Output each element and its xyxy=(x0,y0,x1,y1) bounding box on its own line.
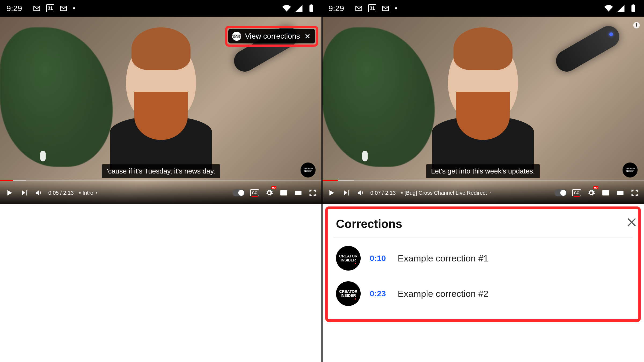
miniplayer-button[interactable] xyxy=(279,188,288,197)
wifi-icon xyxy=(604,4,613,13)
gmail-icon-2 xyxy=(60,4,68,12)
cc-button[interactable]: CC xyxy=(572,189,581,196)
correction-item[interactable]: CREATORINSIDER 0:23 Example correction #… xyxy=(333,273,633,309)
theater-button[interactable] xyxy=(616,188,625,197)
progress-bar[interactable] xyxy=(322,180,644,181)
calendar-icon: 31 xyxy=(368,4,376,12)
video-player[interactable]: CREATOR INSIDER CREATOR INSIDER View cor… xyxy=(0,17,322,204)
time-display: 0:05 / 2:13 xyxy=(48,190,74,196)
battery-icon xyxy=(629,4,638,13)
play-button[interactable] xyxy=(5,188,14,197)
status-time: 9:29 xyxy=(328,4,344,13)
battery-icon xyxy=(307,4,316,13)
caption-text: 'cause if it's Tuesday, it's news day. xyxy=(102,164,220,178)
status-bar: 9:29 31 xyxy=(322,0,644,17)
gmail-icon xyxy=(355,4,363,12)
progress-bar[interactable] xyxy=(0,180,322,181)
settings-button[interactable]: HD xyxy=(587,188,596,197)
chapter-label[interactable]: • [Bug] Cross Channel Live Redirect xyxy=(401,190,492,196)
view-corrections-chip[interactable]: CREATOR INSIDER View corrections xyxy=(228,29,315,43)
correction-text: Example correction #1 xyxy=(398,253,488,264)
svg-rect-3 xyxy=(310,4,312,5)
caption-text: Let's get into this week's updates. xyxy=(426,164,540,178)
svg-rect-6 xyxy=(295,191,301,195)
chapter-label[interactable]: • Intro xyxy=(79,190,99,196)
corrections-panel-highlight: Corrections CREATORINSIDER 0:10 Example … xyxy=(325,206,641,322)
left-screenshot: 9:29 31 xyxy=(0,0,322,362)
fullscreen-button[interactable] xyxy=(308,188,317,197)
next-button[interactable] xyxy=(341,188,350,197)
creator-insider-avatar-icon: CREATORINSIDER xyxy=(336,246,361,271)
status-bar: 9:29 31 xyxy=(0,0,322,17)
play-button[interactable] xyxy=(327,188,336,197)
theater-button[interactable] xyxy=(294,188,303,197)
svg-rect-13 xyxy=(617,191,623,195)
cc-button[interactable]: CC xyxy=(250,189,259,196)
correction-timestamp[interactable]: 0:23 xyxy=(370,289,389,298)
video-player[interactable]: CREATOR INSIDER i Let's get into this we… xyxy=(322,17,644,204)
svg-rect-2 xyxy=(309,5,313,12)
player-controls: 0:05 / 2:13 • Intro CC HD xyxy=(0,181,322,204)
volume-button[interactable] xyxy=(356,188,365,197)
status-time: 9:29 xyxy=(6,4,22,13)
close-icon[interactable] xyxy=(304,32,311,40)
svg-rect-5 xyxy=(284,193,286,194)
svg-rect-12 xyxy=(606,193,608,194)
time-display: 0:07 / 2:13 xyxy=(370,190,396,196)
player-controls: 0:07 / 2:13 • [Bug] Cross Channel Live R… xyxy=(322,181,644,204)
svg-rect-10 xyxy=(632,4,634,5)
autoplay-toggle[interactable] xyxy=(232,189,245,196)
calendar-icon: 31 xyxy=(46,4,54,12)
notification-dot-icon xyxy=(73,7,75,9)
channel-badge: CREATOR INSIDER xyxy=(301,162,316,178)
view-corrections-label: View corrections xyxy=(245,32,300,40)
gmail-icon xyxy=(33,4,41,12)
correction-item[interactable]: CREATORINSIDER 0:10 Example correction #… xyxy=(333,238,633,273)
corrections-header: Corrections xyxy=(333,216,633,238)
info-icon[interactable]: i xyxy=(633,22,640,28)
cell-signal-icon xyxy=(617,4,625,13)
volume-button[interactable] xyxy=(34,188,43,197)
correction-timestamp[interactable]: 0:10 xyxy=(370,254,389,263)
settings-button[interactable]: HD xyxy=(265,188,274,197)
creator-insider-avatar-icon: CREATORINSIDER xyxy=(336,281,361,306)
wifi-icon xyxy=(282,4,291,13)
corrections-title: Corrections xyxy=(336,217,402,231)
gmail-icon-2 xyxy=(382,4,390,12)
screenshot-divider xyxy=(321,0,323,362)
cell-signal-icon xyxy=(295,4,303,13)
fullscreen-button[interactable] xyxy=(630,188,639,197)
progress-played xyxy=(0,180,13,181)
view-corrections-highlight: CREATOR INSIDER View corrections xyxy=(225,26,318,47)
right-screenshot: 9:29 31 xyxy=(322,0,644,362)
autoplay-toggle[interactable] xyxy=(554,189,567,196)
miniplayer-button[interactable] xyxy=(601,188,610,197)
progress-played xyxy=(322,180,338,181)
notification-dot-icon xyxy=(395,7,397,9)
creator-insider-avatar-icon: CREATOR INSIDER xyxy=(232,32,241,41)
correction-text: Example correction #2 xyxy=(398,289,488,299)
close-button[interactable] xyxy=(625,216,638,229)
svg-rect-9 xyxy=(631,5,635,12)
channel-badge: CREATOR INSIDER xyxy=(623,162,638,178)
next-button[interactable] xyxy=(19,188,28,197)
